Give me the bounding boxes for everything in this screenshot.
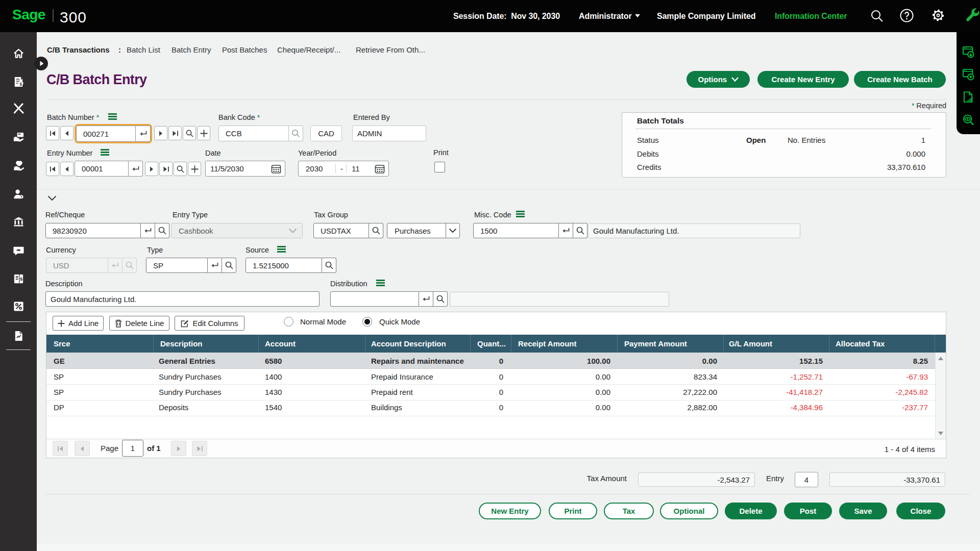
svg-text:Sage: Sage [12, 7, 45, 22]
svg-text:$: $ [20, 82, 22, 87]
svg-text:$: $ [20, 276, 23, 282]
